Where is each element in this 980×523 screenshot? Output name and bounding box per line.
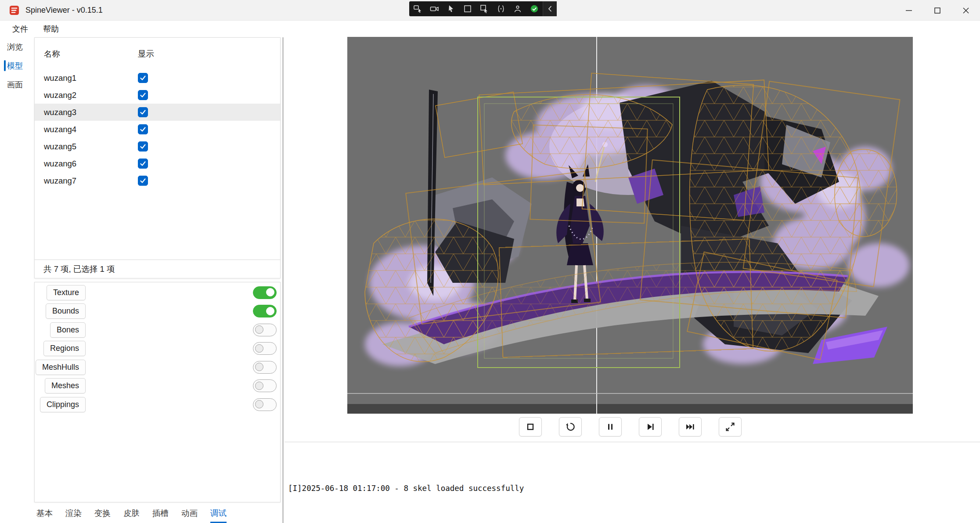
maximize-button[interactable] — [923, 0, 951, 21]
pause-button[interactable] — [599, 417, 622, 436]
table-row[interactable]: wuzang3 — [35, 104, 280, 121]
toggle-knob — [266, 288, 274, 296]
reset-button[interactable] — [559, 417, 582, 436]
debug-layer-button[interactable]: Bounds — [46, 303, 86, 319]
fast-forward-button[interactable] — [679, 417, 702, 436]
close-button[interactable] — [951, 0, 980, 21]
panel-tab[interactable]: 插槽 — [152, 503, 169, 523]
debug-layer-toggle[interactable] — [253, 342, 277, 355]
visible-checkbox[interactable] — [138, 159, 148, 169]
model-name: wuzang7 — [35, 176, 138, 186]
toggle-knob — [255, 344, 263, 353]
debug-layer-toggle[interactable] — [253, 379, 277, 392]
debug-button-wrap: Bounds — [35, 303, 93, 319]
model-name: wuzang1 — [35, 73, 138, 83]
debug-button-wrap: Regions — [35, 341, 93, 356]
panel-splitter[interactable] — [282, 37, 284, 523]
title-bar: SpineViewer - v0.15.1 — [0, 0, 980, 21]
debug-layer-button[interactable]: Texture — [47, 285, 86, 300]
visible-checkbox[interactable] — [138, 176, 148, 186]
panel-tab[interactable]: 调试 — [210, 503, 227, 523]
visible-checkbox[interactable] — [138, 124, 148, 134]
spine-viewport[interactable] — [347, 37, 913, 414]
debug-button-wrap: MeshHulls — [35, 360, 93, 375]
debug-row: Meshes — [35, 377, 280, 396]
log-divider — [285, 442, 980, 442]
visible-checkbox[interactable] — [138, 90, 148, 100]
debug-row: Bounds — [35, 302, 280, 321]
debug-layer-button[interactable]: Bones — [50, 322, 86, 338]
visible-checkbox[interactable] — [138, 73, 148, 83]
debug-button-wrap: Clippings — [35, 397, 93, 412]
panel-tab[interactable]: 变换 — [94, 503, 111, 523]
debug-row: Regions — [35, 339, 280, 358]
side-nav-tab[interactable]: 画面 — [0, 75, 30, 94]
toggle-knob — [255, 363, 263, 371]
side-nav: 浏览 模型 画面 — [0, 37, 30, 523]
debug-button-wrap: Meshes — [35, 378, 93, 393]
cursor-icon[interactable] — [443, 1, 459, 16]
debug-layer-toggle[interactable] — [253, 286, 277, 299]
model-list-panel: 名称 显示 wuzang1 wuzang2 wuzang3 — [34, 37, 281, 278]
model-name: wuzang6 — [35, 159, 138, 169]
panel-tab[interactable]: 渲染 — [65, 503, 82, 523]
toggle-knob — [255, 382, 263, 390]
debug-row: Texture — [35, 283, 280, 302]
chevron-left-icon[interactable] — [543, 1, 557, 16]
debug-layer-toggle[interactable] — [253, 361, 277, 374]
debug-row: Clippings — [35, 395, 280, 414]
select-window-icon[interactable] — [409, 1, 426, 16]
side-nav-tab[interactable]: 浏览 — [0, 37, 30, 56]
debug-layer-button[interactable]: Meshes — [45, 378, 86, 393]
panel-tab[interactable]: 皮肤 — [123, 503, 140, 523]
column-name: 名称 — [35, 48, 138, 59]
brackets-icon[interactable] — [493, 1, 509, 16]
table-row[interactable]: wuzang7 — [35, 172, 280, 189]
table-row[interactable]: wuzang6 — [35, 155, 280, 172]
frame-icon[interactable] — [459, 1, 476, 16]
step-forward-button[interactable] — [639, 417, 662, 436]
visible-checkbox[interactable] — [138, 107, 148, 117]
visible-checkbox[interactable] — [138, 141, 148, 151]
panel-tab[interactable]: 动画 — [181, 503, 198, 523]
table-row[interactable]: wuzang2 — [35, 87, 280, 104]
column-visible: 显示 — [138, 48, 154, 59]
debug-row: Bones — [35, 321, 280, 339]
table-row[interactable]: wuzang5 — [35, 138, 280, 155]
person-icon[interactable] — [509, 1, 526, 16]
debug-layer-button[interactable]: Clippings — [40, 397, 86, 412]
debug-layer-toggle[interactable] — [253, 324, 277, 336]
debug-layer-button[interactable]: Regions — [43, 341, 86, 356]
menu-item[interactable]: 文件 — [8, 22, 32, 36]
debug-layer-toggle[interactable] — [253, 398, 277, 411]
log-output[interactable]: [I]2025-06-18 01:17:00 - 8 skel loaded s… — [288, 447, 973, 523]
debug-button-wrap: Texture — [35, 285, 93, 300]
app-icon — [9, 5, 20, 16]
side-nav-label: 浏览 — [7, 42, 23, 52]
playback-bar — [347, 417, 913, 436]
toggle-knob — [255, 325, 263, 334]
panel-tab[interactable]: 基本 — [36, 503, 53, 523]
table-row[interactable]: wuzang1 — [35, 69, 280, 87]
fullscreen-button[interactable] — [719, 417, 742, 436]
panel-tab-bar: 基本 渲染 变换 皮肤 插槽 动画 调试 — [30, 503, 282, 523]
list-spacer — [35, 189, 280, 260]
side-nav-tab[interactable]: 模型 — [0, 56, 30, 75]
model-name: wuzang4 — [35, 125, 138, 134]
check-icon[interactable] — [526, 1, 543, 16]
debug-panel: Texture Bounds Bones Regio — [34, 282, 281, 502]
minimize-button[interactable] — [894, 0, 923, 21]
model-name: wuzang3 — [35, 108, 138, 117]
debug-layer-toggle[interactable] — [253, 305, 277, 317]
log-line: [I]2025-06-18 01:17:00 - 8 skel loaded s… — [288, 483, 973, 494]
model-rows: wuzang1 wuzang2 wuzang3 wuzang4 — [35, 69, 280, 189]
debug-layer-button[interactable]: MeshHulls — [36, 360, 86, 375]
cursor-frame-icon[interactable] — [476, 1, 493, 16]
menu-bar: 文件 帮助 — [0, 21, 980, 37]
menu-item[interactable]: 帮助 — [39, 22, 63, 36]
table-row[interactable]: wuzang4 — [35, 121, 280, 138]
camera-icon[interactable] — [426, 1, 443, 16]
viewport-bottom-band — [347, 404, 913, 414]
window-controls — [894, 0, 980, 21]
stop-button[interactable] — [519, 417, 542, 436]
